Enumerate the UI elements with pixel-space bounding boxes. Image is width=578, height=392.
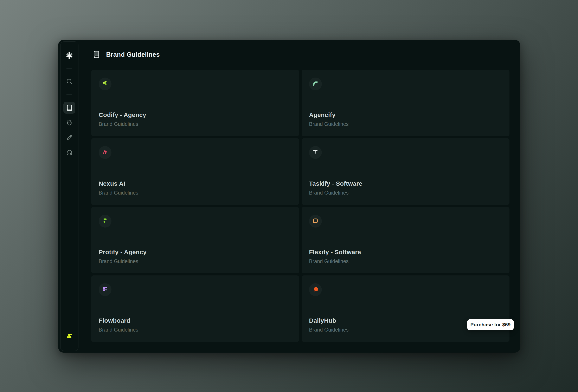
card-title: Protify - Agency: [99, 249, 292, 256]
card-text: Agencify Brand Guidelines: [309, 111, 502, 127]
card-nexus-ai[interactable]: Nexus AI Brand Guidelines: [91, 138, 299, 205]
sidebar-item-support[interactable]: [63, 146, 75, 158]
protify-logo-icon: [101, 217, 109, 225]
codify-logo-icon: [101, 80, 109, 88]
card-text: Protify - Agency Brand Guidelines: [99, 249, 292, 264]
card-subtitle: Brand Guidelines: [99, 190, 292, 196]
card-title: Agencify: [309, 111, 502, 118]
s-logo-icon: [65, 333, 74, 342]
brand-badge: [309, 146, 322, 159]
card-flexify[interactable]: Flexify - Software Brand Guidelines: [302, 207, 509, 273]
card-title: Codify - Agency: [99, 111, 292, 118]
page-title: Brand Guidelines: [106, 51, 160, 58]
card-title: Nexus AI: [99, 180, 292, 187]
app-window: Brand Guidelines Codify: [58, 40, 520, 352]
divider: [66, 94, 72, 95]
card-subtitle: Brand Guidelines: [99, 121, 292, 127]
card-codify[interactable]: Codify - Agency Brand Guidelines: [91, 70, 299, 136]
sidebar-item-brand-guidelines[interactable]: [63, 102, 75, 114]
asterisk-icon: [65, 51, 74, 60]
nexus-ai-logo-icon: [101, 149, 109, 156]
card-text: Taskify - Software Brand Guidelines: [309, 180, 502, 196]
card-agencify[interactable]: Agencify Brand Guidelines: [302, 70, 509, 136]
card-protify[interactable]: Protify - Agency Brand Guidelines: [91, 207, 299, 273]
book-icon: [92, 50, 101, 59]
taskify-logo-icon: [312, 149, 319, 156]
card-flowboard[interactable]: Flowboard Brand Guidelines: [91, 275, 299, 342]
sidebar-footer-logo[interactable]: [63, 331, 75, 343]
divider: [66, 68, 72, 69]
card-text: Codify - Agency Brand Guidelines: [99, 111, 292, 127]
pencil-icon: [66, 134, 73, 141]
sidebar: [60, 42, 78, 351]
page-header: Brand Guidelines: [92, 49, 160, 60]
book-icon: [66, 104, 73, 111]
sidebar-item-search[interactable]: [63, 76, 75, 87]
card-subtitle: Brand Guidelines: [309, 121, 502, 127]
flowboard-logo-icon: [101, 286, 109, 294]
brand-badge: [309, 78, 322, 90]
brand-badge: [99, 283, 111, 296]
flexify-logo-icon: [312, 217, 319, 225]
sidebar-item-edit[interactable]: [63, 131, 75, 143]
brand-badge: [99, 215, 111, 227]
card-text: Nexus AI Brand Guidelines: [99, 180, 292, 196]
app-logo: [63, 49, 75, 61]
brand-badge: [309, 283, 322, 296]
desktop-background: { "header": { "title": "Brand Guidelines…: [0, 0, 578, 392]
card-text: Flexify - Software Brand Guidelines: [309, 249, 502, 264]
brand-badge: [309, 215, 322, 227]
divider: [66, 324, 72, 324]
card-subtitle: Brand Guidelines: [309, 190, 502, 196]
search-icon: [66, 78, 73, 85]
card-taskify[interactable]: Taskify - Software Brand Guidelines: [302, 138, 509, 205]
card-dailyhub[interactable]: DailyHub Brand Guidelines: [302, 275, 509, 342]
card-title: Taskify - Software: [309, 180, 502, 187]
headphones-icon: [66, 149, 73, 156]
purchase-button[interactable]: Purchase for $69: [467, 319, 514, 330]
sidebar-item-assistant[interactable]: [63, 117, 75, 129]
robot-icon: [66, 119, 73, 126]
brand-guidelines-grid: Codify - Agency Brand Guidelines Agencif…: [91, 70, 509, 342]
agencify-logo-icon: [312, 80, 319, 88]
card-text: Flowboard Brand Guidelines: [99, 317, 292, 333]
card-subtitle: Brand Guidelines: [99, 327, 292, 333]
dailyhub-logo-icon: [312, 286, 319, 294]
brand-badge: [99, 78, 111, 90]
card-subtitle: Brand Guidelines: [309, 258, 502, 264]
brand-badge: [99, 146, 111, 159]
card-subtitle: Brand Guidelines: [99, 258, 292, 264]
card-title: Flexify - Software: [309, 249, 502, 256]
card-title: Flowboard: [99, 317, 292, 324]
